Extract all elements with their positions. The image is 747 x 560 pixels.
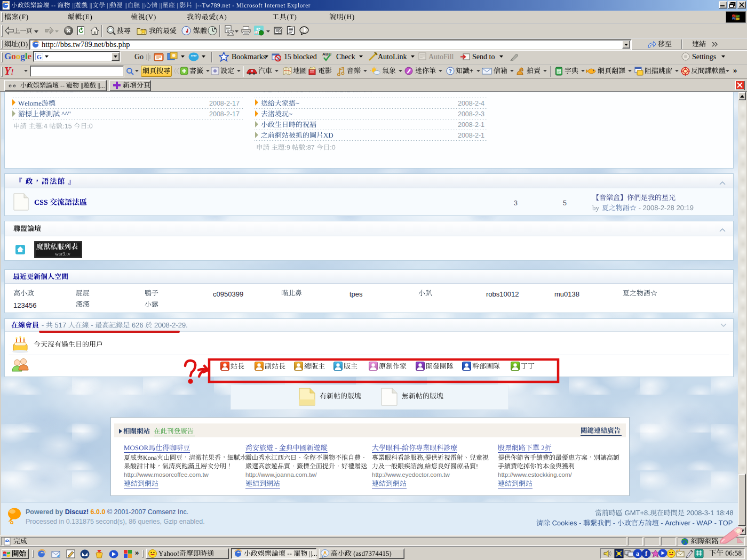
svg-text:ABC: ABC bbox=[322, 52, 332, 57]
svg-text:?: ? bbox=[449, 68, 452, 74]
svg-text:””: ”” bbox=[191, 53, 197, 60]
svg-text:a: a bbox=[636, 550, 639, 557]
svg-text:13: 13 bbox=[255, 31, 258, 34]
